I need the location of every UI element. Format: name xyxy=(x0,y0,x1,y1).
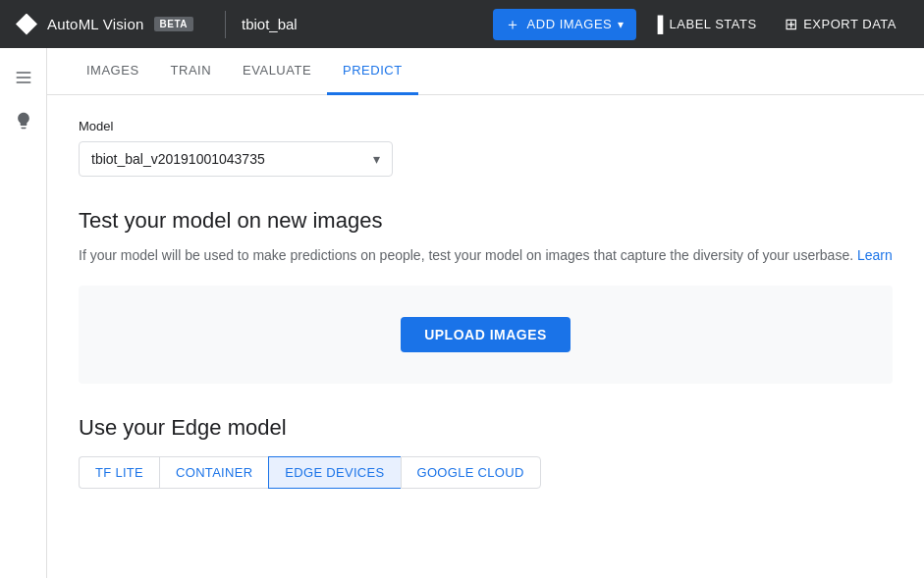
edge-tab-container[interactable]: CONTAINER xyxy=(159,456,268,489)
top-nav: AutoML Vision BETA tbiot_bal ＋ ADD IMAGE… xyxy=(0,0,924,48)
upload-area: UPLOAD IMAGES xyxy=(79,286,893,384)
tab-train[interactable]: TRAIN xyxy=(155,48,228,95)
sidebar xyxy=(0,48,47,578)
chevron-down-icon: ▾ xyxy=(373,151,380,167)
beta-badge: BETA xyxy=(154,17,193,31)
nav-divider xyxy=(225,11,226,38)
tab-bar: IMAGES TRAIN EVALUATE PREDICT xyxy=(47,48,924,95)
sidebar-bulb-icon[interactable] xyxy=(6,103,41,138)
edge-tab-bar: TF LITE CONTAINER EDGE DEVICES GOOGLE CL… xyxy=(79,456,893,489)
layout: IMAGES TRAIN EVALUATE PREDICT Model tbio… xyxy=(0,48,924,578)
learn-more-link[interactable]: Learn xyxy=(857,247,893,263)
test-section-title: Test your model on new images xyxy=(79,208,893,234)
test-section-desc: If your model will be used to make predi… xyxy=(79,245,893,266)
edge-tab-edge-devices[interactable]: EDGE DEVICES xyxy=(268,456,400,489)
add-images-button[interactable]: ＋ ADD IMAGES ▾ xyxy=(493,9,636,40)
dropdown-chevron-icon: ▾ xyxy=(618,18,625,31)
upload-images-button[interactable]: UPLOAD IMAGES xyxy=(401,317,571,352)
model-select[interactable]: tbiot_bal_v20191001043735 ▾ xyxy=(79,141,393,177)
page-body: Model tbiot_bal_v20191001043735 ▾ Test y… xyxy=(47,95,924,512)
edge-tab-google-cloud[interactable]: GOOGLE CLOUD xyxy=(401,456,541,489)
svg-rect-1 xyxy=(16,77,30,79)
edge-tab-tflite[interactable]: TF LITE xyxy=(79,456,159,489)
model-label: Model xyxy=(79,119,893,133)
logo-icon xyxy=(16,14,37,35)
export-data-button[interactable]: ⊞ EXPORT DATA xyxy=(773,9,908,40)
svg-rect-0 xyxy=(16,72,30,74)
app-logo: AutoML Vision BETA xyxy=(16,14,209,35)
tab-evaluate[interactable]: EVALUATE xyxy=(227,48,327,95)
tab-predict[interactable]: PREDICT xyxy=(327,48,418,95)
main-content: IMAGES TRAIN EVALUATE PREDICT Model tbio… xyxy=(47,48,924,578)
app-name: AutoML Vision xyxy=(47,16,144,32)
export-icon: ⊞ xyxy=(785,17,798,32)
project-name: tbiot_bal xyxy=(242,16,298,32)
label-stats-button[interactable]: ▐ LABEL STATS xyxy=(640,9,769,40)
bar-chart-icon: ▐ xyxy=(652,17,664,32)
model-select-value: tbiot_bal_v20191001043735 xyxy=(91,151,265,167)
sidebar-list-icon[interactable] xyxy=(6,60,41,95)
nav-actions: ＋ ADD IMAGES ▾ ▐ LABEL STATS ⊞ EXPORT DA… xyxy=(493,9,908,40)
svg-rect-2 xyxy=(16,81,30,83)
add-icon: ＋ xyxy=(505,17,521,32)
edge-section-title: Use your Edge model xyxy=(79,415,893,441)
tab-images[interactable]: IMAGES xyxy=(71,48,155,95)
